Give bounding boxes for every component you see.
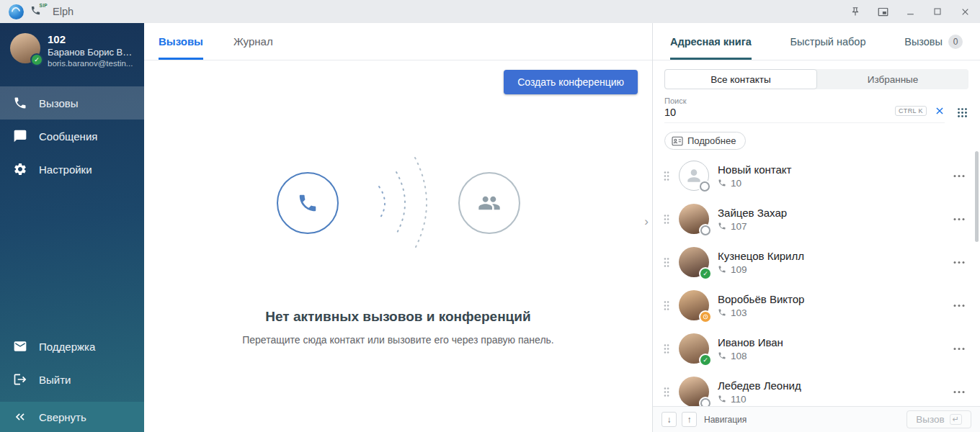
contact-row[interactable]: Лебедев Леонид 110 [653, 370, 980, 406]
sidebar-item-label: Сообщения [39, 130, 97, 143]
phone-icon [13, 96, 27, 110]
conference-circle-icon [458, 172, 520, 234]
collapse-icon [13, 410, 27, 424]
close-icon[interactable] [958, 5, 971, 18]
tab-calls-panel[interactable]: Вызовы 0 [904, 23, 963, 60]
minimize-icon[interactable] [904, 5, 917, 18]
contact-row[interactable]: Воробьёв Виктор 103 [653, 284, 980, 327]
more-menu-icon[interactable] [953, 261, 966, 264]
more-menu-icon[interactable] [953, 347, 966, 351]
sidebar-item-settings[interactable]: Настройки [0, 153, 144, 186]
calls-count-badge: 0 [948, 35, 963, 49]
navigate-down-button[interactable]: ↓ [662, 412, 677, 427]
contact-name: Кузнецов Кирилл [718, 250, 944, 262]
contact-number: 10 [731, 178, 741, 189]
contact-row[interactable]: Зайцев Захар 107 [653, 197, 980, 240]
window-title: Elph [53, 6, 74, 17]
status-badge [700, 398, 710, 406]
phone-icon [718, 308, 726, 317]
search-input[interactable] [664, 105, 832, 118]
contact-row[interactable]: ✓ Кузнецов Кирилл 109 [653, 240, 980, 284]
user-profile[interactable]: ✓ 102 Баранов Борис Вик... boris.baranov… [0, 23, 144, 79]
navigation-label: Навигация [704, 415, 747, 425]
contact-number: 108 [731, 351, 747, 361]
contact-list: Новый контакт 10 Зайцев Захар [653, 151, 980, 406]
titlebar: SIP Elph [0, 0, 980, 23]
sip-phone-icon: SIP [30, 5, 45, 18]
logout-icon [13, 372, 27, 387]
tab-speed-dial[interactable]: Быстрый набор [790, 23, 866, 60]
panel-footer: ↓ ↑ Навигация Вызов ↵ [653, 406, 980, 432]
chat-icon [13, 129, 27, 143]
sidebar-item-label: Поддержка [39, 341, 95, 353]
contact-name: Зайцев Захар [718, 207, 944, 219]
enter-key-icon: ↵ [950, 414, 962, 425]
contact-name: Иванов Иван [718, 336, 944, 348]
gear-icon [13, 162, 27, 176]
drag-handle-icon[interactable] [663, 213, 670, 225]
phone-circle-icon [277, 172, 339, 234]
filter-favorites[interactable]: Избранные [817, 69, 968, 89]
phone-icon [718, 222, 726, 230]
panel-tabbar: Адресная книга Быстрый набор Вызовы 0 [653, 23, 980, 60]
more-menu-icon[interactable] [953, 390, 966, 394]
phone-icon [718, 265, 726, 274]
main-area: Вызовы Журнал Создать конференцию Нет а [144, 23, 652, 432]
contact-number: 110 [731, 394, 747, 405]
phone-icon [718, 351, 726, 360]
sidebar-item-messages[interactable]: Сообщения [0, 120, 144, 153]
drag-handle-icon[interactable] [663, 256, 670, 269]
user-extension: 102 [48, 33, 137, 45]
sidebar-item-logout[interactable]: Выйти [0, 363, 144, 396]
compact-mode-icon[interactable] [876, 5, 889, 18]
mail-icon [13, 339, 27, 354]
drag-handle-icon[interactable] [663, 386, 670, 398]
online-status-icon: ✓ [32, 55, 42, 65]
contact-number: 107 [731, 221, 747, 232]
more-menu-icon[interactable] [953, 174, 966, 178]
contact-avatar [679, 161, 709, 191]
phone-icon [718, 179, 726, 187]
panel-collapse-handle[interactable]: › [644, 215, 649, 229]
call-button[interactable]: Вызов ↵ [906, 410, 971, 428]
waves-icon [359, 142, 438, 264]
calls-illustration [277, 142, 520, 264]
filter-all-contacts[interactable]: Все контакты [664, 69, 817, 89]
more-menu-icon[interactable] [953, 304, 966, 307]
sidebar-item-label: Вызовы [39, 97, 79, 109]
contact-name: Новый контакт [718, 163, 944, 176]
sidebar-item-calls[interactable]: Вызовы [0, 86, 144, 120]
details-button-label: Подробнее [687, 135, 736, 146]
more-menu-icon[interactable] [953, 217, 966, 221]
details-button[interactable]: Подробнее [664, 132, 746, 150]
tab-label: Адресная книга [670, 36, 752, 48]
scrollbar-thumb[interactable] [975, 151, 979, 242]
contact-name: Воробьёв Виктор [718, 293, 944, 305]
maximize-icon[interactable] [931, 5, 944, 18]
dialpad-icon[interactable] [956, 107, 968, 119]
contact-avatar [679, 290, 709, 320]
drag-handle-icon[interactable] [663, 343, 670, 355]
contact-avatar: ✓ [679, 247, 709, 277]
user-name: Баранов Борис Вик... [48, 47, 137, 58]
contact-row[interactable]: ✓ Иванов Иван 108 [653, 327, 980, 370]
navigate-up-button[interactable]: ↑ [682, 412, 697, 427]
contact-card-icon [672, 136, 683, 146]
clear-search-icon[interactable] [935, 106, 945, 116]
drag-handle-icon[interactable] [663, 170, 670, 182]
search-field[interactable]: Поиск CTRL K [664, 96, 945, 123]
status-badge [700, 225, 710, 235]
search-label: Поиск [664, 96, 945, 105]
contacts-filter: Все контакты Избранные [664, 69, 968, 89]
sidebar-item-support[interactable]: Поддержка [0, 330, 144, 363]
pin-icon[interactable] [849, 5, 862, 18]
contact-row[interactable]: Новый контакт 10 [653, 154, 980, 197]
app-logo-icon [9, 4, 24, 19]
phone-icon [718, 395, 726, 403]
tab-address-book[interactable]: Адресная книга [670, 23, 752, 60]
sidebar-item-collapse[interactable]: Свернуть [0, 402, 144, 432]
contact-avatar [679, 377, 709, 406]
drag-handle-icon[interactable] [663, 300, 670, 312]
status-badge: ✓ [700, 355, 710, 365]
sidebar-item-label: Настройки [39, 163, 92, 176]
